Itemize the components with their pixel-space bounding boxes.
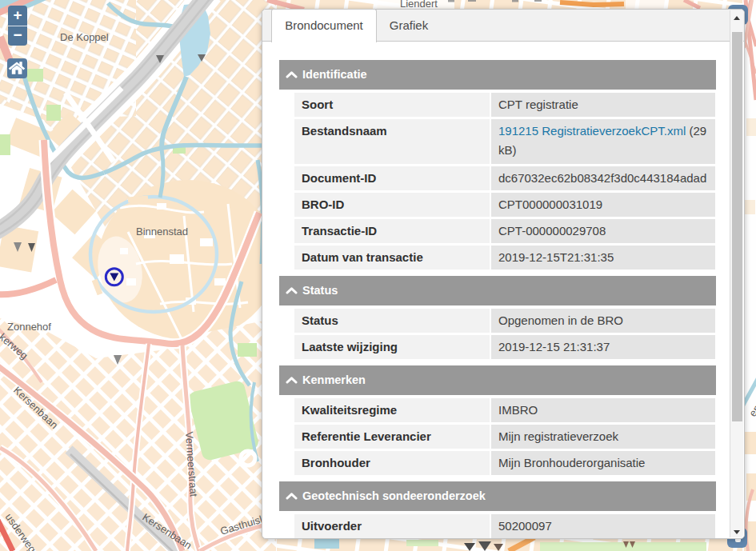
svg-text:Binnenstad: Binnenstad [136, 226, 188, 238]
svg-text:De Koppel: De Koppel [60, 31, 109, 43]
svg-text:Zonnehof: Zonnehof [7, 321, 51, 333]
